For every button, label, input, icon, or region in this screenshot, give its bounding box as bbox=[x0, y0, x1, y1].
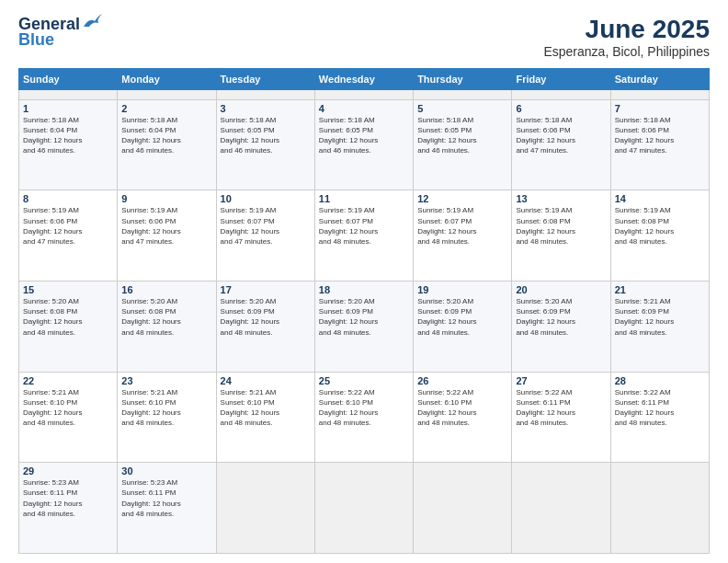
calendar-week-3: 15Sunrise: 5:20 AM Sunset: 6:08 PM Dayli… bbox=[19, 281, 710, 372]
logo-bird-icon bbox=[82, 14, 102, 30]
calendar-week-4: 22Sunrise: 5:21 AM Sunset: 6:10 PM Dayli… bbox=[19, 372, 710, 463]
calendar-cell bbox=[414, 463, 512, 554]
day-number: 4 bbox=[319, 103, 409, 114]
col-wednesday: Wednesday bbox=[314, 69, 413, 90]
calendar-cell: 26Sunrise: 5:22 AM Sunset: 6:10 PM Dayli… bbox=[414, 372, 512, 463]
day-info: Sunrise: 5:22 AM Sunset: 6:10 PM Dayligh… bbox=[417, 387, 507, 429]
calendar-cell bbox=[19, 90, 118, 100]
calendar-cell bbox=[414, 90, 512, 100]
day-number: 1 bbox=[23, 103, 113, 114]
calendar-cell: 25Sunrise: 5:22 AM Sunset: 6:10 PM Dayli… bbox=[314, 372, 413, 463]
day-info: Sunrise: 5:18 AM Sunset: 6:05 PM Dayligh… bbox=[417, 115, 507, 156]
calendar-cell: 4Sunrise: 5:18 AM Sunset: 6:05 PM Daylig… bbox=[314, 99, 413, 190]
day-info: Sunrise: 5:20 AM Sunset: 6:09 PM Dayligh… bbox=[319, 296, 409, 338]
logo: General Blue bbox=[18, 15, 102, 50]
day-number: 24 bbox=[221, 375, 311, 386]
day-info: Sunrise: 5:19 AM Sunset: 6:06 PM Dayligh… bbox=[121, 205, 211, 247]
day-number: 6 bbox=[516, 103, 606, 114]
header: General Blue June 2025 Esperanza, Bicol,… bbox=[18, 15, 710, 59]
calendar-cell: 19Sunrise: 5:20 AM Sunset: 6:09 PM Dayli… bbox=[414, 281, 512, 372]
day-info: Sunrise: 5:20 AM Sunset: 6:09 PM Dayligh… bbox=[417, 296, 507, 338]
day-info: Sunrise: 5:20 AM Sunset: 6:09 PM Dayligh… bbox=[516, 296, 606, 338]
calendar-cell bbox=[216, 90, 314, 100]
day-info: Sunrise: 5:19 AM Sunset: 6:08 PM Dayligh… bbox=[516, 205, 606, 247]
day-number: 27 bbox=[516, 375, 606, 386]
day-info: Sunrise: 5:21 AM Sunset: 6:10 PM Dayligh… bbox=[221, 387, 311, 429]
col-tuesday: Tuesday bbox=[216, 69, 314, 90]
calendar-week-2: 8Sunrise: 5:19 AM Sunset: 6:06 PM Daylig… bbox=[19, 190, 710, 282]
day-info: Sunrise: 5:22 AM Sunset: 6:11 PM Dayligh… bbox=[615, 387, 705, 429]
day-number: 3 bbox=[221, 103, 311, 114]
day-number: 7 bbox=[615, 103, 705, 114]
day-info: Sunrise: 5:20 AM Sunset: 6:09 PM Dayligh… bbox=[221, 296, 311, 338]
calendar-cell: 24Sunrise: 5:21 AM Sunset: 6:10 PM Dayli… bbox=[216, 372, 314, 463]
calendar-cell: 6Sunrise: 5:18 AM Sunset: 6:06 PM Daylig… bbox=[512, 99, 610, 190]
calendar-cell: 18Sunrise: 5:20 AM Sunset: 6:09 PM Dayli… bbox=[314, 281, 413, 372]
day-info: Sunrise: 5:22 AM Sunset: 6:10 PM Dayligh… bbox=[319, 387, 409, 429]
day-number: 30 bbox=[121, 465, 211, 477]
calendar-table: Sunday Monday Tuesday Wednesday Thursday… bbox=[18, 68, 710, 554]
title-block: June 2025 Esperanza, Bicol, Philippines bbox=[543, 15, 710, 59]
day-info: Sunrise: 5:18 AM Sunset: 6:04 PM Dayligh… bbox=[23, 115, 113, 156]
calendar-week-0 bbox=[19, 90, 710, 100]
day-info: Sunrise: 5:21 AM Sunset: 6:10 PM Dayligh… bbox=[23, 387, 113, 429]
calendar-cell: 3Sunrise: 5:18 AM Sunset: 6:05 PM Daylig… bbox=[216, 99, 314, 190]
col-thursday: Thursday bbox=[414, 69, 512, 90]
calendar-cell: 11Sunrise: 5:19 AM Sunset: 6:07 PM Dayli… bbox=[314, 190, 413, 282]
calendar-cell: 30Sunrise: 5:23 AM Sunset: 6:11 PM Dayli… bbox=[118, 463, 216, 554]
calendar-cell: 21Sunrise: 5:21 AM Sunset: 6:09 PM Dayli… bbox=[610, 281, 709, 372]
calendar-cell: 1Sunrise: 5:18 AM Sunset: 6:04 PM Daylig… bbox=[19, 99, 118, 190]
calendar-cell bbox=[118, 90, 216, 100]
day-number: 13 bbox=[516, 193, 606, 204]
day-info: Sunrise: 5:20 AM Sunset: 6:08 PM Dayligh… bbox=[121, 296, 211, 338]
day-number: 9 bbox=[121, 193, 211, 204]
calendar-subtitle: Esperanza, Bicol, Philippines bbox=[543, 44, 710, 59]
calendar-cell bbox=[610, 463, 709, 554]
calendar-cell: 16Sunrise: 5:20 AM Sunset: 6:08 PM Dayli… bbox=[118, 281, 216, 372]
day-info: Sunrise: 5:23 AM Sunset: 6:11 PM Dayligh… bbox=[121, 477, 211, 519]
day-info: Sunrise: 5:19 AM Sunset: 6:08 PM Dayligh… bbox=[615, 205, 705, 247]
day-number: 28 bbox=[615, 375, 705, 386]
calendar-cell bbox=[314, 463, 413, 554]
day-info: Sunrise: 5:18 AM Sunset: 6:05 PM Dayligh… bbox=[221, 115, 311, 156]
calendar-cell bbox=[314, 90, 413, 100]
day-number: 15 bbox=[23, 284, 113, 295]
calendar-cell: 23Sunrise: 5:21 AM Sunset: 6:10 PM Dayli… bbox=[118, 372, 216, 463]
col-friday: Friday bbox=[512, 69, 610, 90]
calendar-cell: 20Sunrise: 5:20 AM Sunset: 6:09 PM Dayli… bbox=[512, 281, 610, 372]
day-info: Sunrise: 5:18 AM Sunset: 6:04 PM Dayligh… bbox=[121, 115, 211, 156]
day-info: Sunrise: 5:19 AM Sunset: 6:06 PM Dayligh… bbox=[23, 205, 113, 247]
day-info: Sunrise: 5:23 AM Sunset: 6:11 PM Dayligh… bbox=[23, 477, 113, 519]
day-number: 25 bbox=[319, 375, 409, 386]
day-number: 26 bbox=[417, 375, 507, 386]
day-info: Sunrise: 5:20 AM Sunset: 6:08 PM Dayligh… bbox=[23, 296, 113, 338]
calendar-title: June 2025 bbox=[543, 15, 710, 44]
day-info: Sunrise: 5:19 AM Sunset: 6:07 PM Dayligh… bbox=[417, 205, 507, 247]
calendar-cell: 5Sunrise: 5:18 AM Sunset: 6:05 PM Daylig… bbox=[414, 99, 512, 190]
day-info: Sunrise: 5:19 AM Sunset: 6:07 PM Dayligh… bbox=[319, 205, 409, 247]
col-sunday: Sunday bbox=[19, 69, 118, 90]
day-number: 10 bbox=[221, 193, 311, 204]
col-saturday: Saturday bbox=[610, 69, 709, 90]
calendar-cell: 12Sunrise: 5:19 AM Sunset: 6:07 PM Dayli… bbox=[414, 190, 512, 282]
day-number: 17 bbox=[221, 284, 311, 295]
calendar-cell: 14Sunrise: 5:19 AM Sunset: 6:08 PM Dayli… bbox=[610, 190, 709, 282]
calendar-cell bbox=[512, 463, 610, 554]
calendar-cell: 13Sunrise: 5:19 AM Sunset: 6:08 PM Dayli… bbox=[512, 190, 610, 282]
day-info: Sunrise: 5:19 AM Sunset: 6:07 PM Dayligh… bbox=[221, 205, 311, 247]
day-number: 18 bbox=[319, 284, 409, 295]
day-info: Sunrise: 5:18 AM Sunset: 6:06 PM Dayligh… bbox=[615, 115, 705, 156]
day-info: Sunrise: 5:21 AM Sunset: 6:09 PM Dayligh… bbox=[615, 296, 705, 338]
day-info: Sunrise: 5:22 AM Sunset: 6:11 PM Dayligh… bbox=[516, 387, 606, 429]
calendar-cell: 22Sunrise: 5:21 AM Sunset: 6:10 PM Dayli… bbox=[19, 372, 118, 463]
day-number: 8 bbox=[23, 193, 113, 204]
day-number: 20 bbox=[516, 284, 606, 295]
day-number: 23 bbox=[121, 375, 211, 386]
day-number: 29 bbox=[23, 465, 113, 477]
page: General Blue June 2025 Esperanza, Bicol,… bbox=[0, 0, 728, 563]
calendar-week-5: 29Sunrise: 5:23 AM Sunset: 6:11 PM Dayli… bbox=[19, 463, 710, 554]
day-number: 2 bbox=[121, 103, 211, 114]
day-number: 19 bbox=[417, 284, 507, 295]
calendar-cell: 7Sunrise: 5:18 AM Sunset: 6:06 PM Daylig… bbox=[610, 99, 709, 190]
day-info: Sunrise: 5:18 AM Sunset: 6:06 PM Dayligh… bbox=[516, 115, 606, 156]
